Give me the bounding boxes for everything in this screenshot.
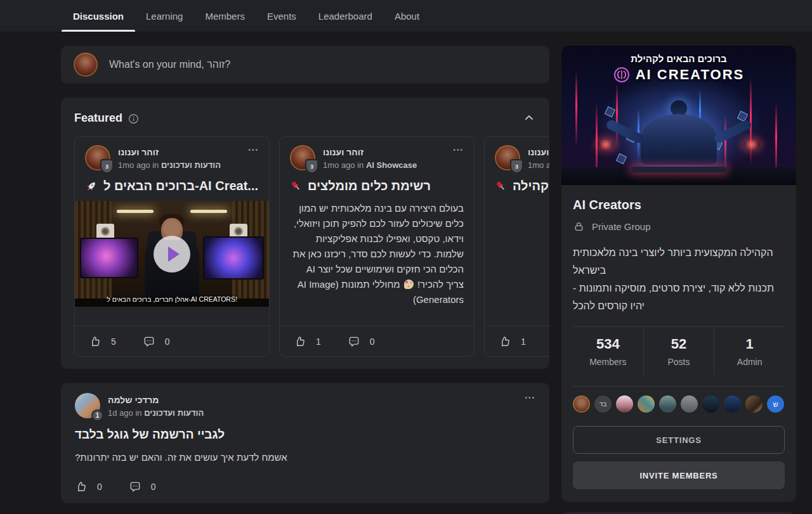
members-label: Members xyxy=(573,357,643,367)
author-block: זוהר וענונו 1mo ago in הודעות ועדכונים xyxy=(118,145,221,170)
video-thumbnail[interactable]: אהלן חברים, ברוכים הבאים ל-AI CREATORS! xyxy=(75,201,269,307)
author-avatar[interactable]: 3 xyxy=(495,145,520,170)
tab-about[interactable]: About xyxy=(395,0,419,32)
member-avatar[interactable] xyxy=(681,395,698,413)
group-card: ברוכים הבאים לקהילת AI CREATORS AI Creat… xyxy=(561,46,796,502)
author-avatar[interactable]: 3 xyxy=(290,145,315,170)
member-avatar[interactable]: ש xyxy=(767,395,784,413)
featured-card-welcome: 3 זוהר וענונו 1mo ago in הודעות ועדכונים… xyxy=(74,136,270,357)
tab-events[interactable]: Events xyxy=(267,0,296,32)
post-header: 3 זוהר וענונו 1mo ago in הודעות ועדכונים… xyxy=(75,137,269,174)
post-title[interactable]: הקהילה xyxy=(495,179,549,193)
group-info: AI Creators Private Group הקהילה המקצועי… xyxy=(561,185,796,502)
stat-members[interactable]: 534 Members xyxy=(573,327,643,375)
post-category[interactable]: AI Showcase xyxy=(366,160,417,170)
banner-brand-text: AI CREATORS xyxy=(636,67,745,83)
play-button-icon[interactable] xyxy=(154,236,190,273)
featured-card-community: 3 זוהר וענונו 1mo ago in הודעות ועדכונים xyxy=(484,136,549,357)
post-meta: 1mo ago in AI Showcase xyxy=(323,160,417,170)
post-header: 3 זוהר וענונו 1mo ago in AI Showcase ••• xyxy=(280,137,474,174)
thumb-art xyxy=(190,210,227,213)
tab-leaderboard[interactable]: Leaderboard xyxy=(318,0,372,32)
feed-column: What's on your mind, זוהר? Featured 3 זו… xyxy=(61,46,549,503)
comment-count: 0 xyxy=(151,482,156,492)
member-avatar[interactable] xyxy=(638,395,655,413)
member-avatar[interactable] xyxy=(616,395,633,413)
author-block: זוהר וענונו 1mo ago in הודעות ועדכונים xyxy=(528,145,549,170)
member-avatar[interactable] xyxy=(659,395,676,413)
admin-label: Admin xyxy=(714,357,785,367)
author-name[interactable]: זוהר וענונו xyxy=(118,147,159,157)
privacy-label: Private Group xyxy=(592,221,651,232)
stat-posts[interactable]: 52 Posts xyxy=(643,327,714,375)
banner-welcome-text: ברוכים הבאים לקהילת xyxy=(561,53,796,64)
banner-brand: AI CREATORS xyxy=(561,67,796,83)
author-avatar[interactable]: 1 xyxy=(75,393,100,418)
comment-button[interactable]: 0 xyxy=(129,480,156,493)
tab-members[interactable]: Members xyxy=(205,0,245,32)
member-avatar[interactable] xyxy=(724,395,741,413)
post-body: אשמח לדעת איך עושים את זה. והאם יש בזה י… xyxy=(75,452,535,463)
comment-button[interactable]: 0 xyxy=(348,335,375,348)
like-button[interactable]: 1 xyxy=(499,335,526,348)
tab-learning[interactable]: Learning xyxy=(146,0,183,32)
featured-card-tools: 3 זוהר וענונו 1mo ago in AI Showcase ••• xyxy=(279,136,475,357)
post-menu-icon[interactable]: ••• xyxy=(248,146,259,153)
banner-art xyxy=(631,167,726,172)
level-badge: 3 xyxy=(305,159,318,174)
like-button[interactable]: 5 xyxy=(89,335,116,348)
group-cover-image[interactable]: ברוכים הבאים לקהילת AI CREATORS xyxy=(561,46,796,185)
author-avatar[interactable]: 3 xyxy=(85,145,110,170)
post-header: 3 זוהר וענונו 1mo ago in הודעות ועדכונים xyxy=(485,137,549,174)
info-icon[interactable] xyxy=(128,113,139,124)
like-count: 5 xyxy=(111,337,116,347)
comment-button[interactable]: 0 xyxy=(143,335,170,348)
group-sidebar: ברוכים הבאים לקהילת AI CREATORS AI Creat… xyxy=(561,46,796,514)
current-user-avatar xyxy=(74,53,98,77)
group-description: הקהילה המקצועית ביותר ליוצרי בינה מלאכות… xyxy=(573,244,785,315)
thumb-art xyxy=(80,238,138,278)
lock-icon xyxy=(573,221,585,233)
video-caption: אהלן חברים, ברוכים הבאים ל-AI CREATORS! xyxy=(75,295,269,303)
post-menu-icon[interactable]: ••• xyxy=(453,146,464,153)
post-title[interactable]: רשימת כלים מומלצים xyxy=(290,179,464,193)
pushpin-emoji xyxy=(290,180,302,192)
settings-button[interactable]: SETTINGS xyxy=(573,426,785,454)
post-meta: 1d ago in הודעות ועדכונים xyxy=(108,408,204,418)
author-name[interactable]: מרדכי שלמה xyxy=(108,395,159,405)
meta-in: in xyxy=(135,408,141,418)
post-category[interactable]: הודעות ועדכונים xyxy=(144,408,204,418)
banner-art xyxy=(724,115,726,172)
member-avatar[interactable] xyxy=(745,395,763,413)
group-name: AI Creators xyxy=(573,198,785,212)
stat-admin[interactable]: 1 Admin xyxy=(714,327,785,375)
post-title[interactable]: ברוכים הבאים ל-AI Creat... xyxy=(85,179,259,193)
like-button[interactable]: 0 xyxy=(75,480,102,493)
author-block: זוהר וענונו 1mo ago in AI Showcase xyxy=(323,145,417,170)
member-avatar[interactable] xyxy=(702,395,719,413)
chevron-up-icon[interactable] xyxy=(524,113,534,123)
member-avatar[interactable] xyxy=(573,395,590,413)
post-title[interactable]: לגביי הרשמה של גוגל בלבד xyxy=(75,428,535,442)
like-count: 1 xyxy=(521,337,526,347)
post-actions: 5 0 xyxy=(75,326,269,356)
like-button[interactable]: 1 xyxy=(294,335,321,348)
group-privacy: Private Group xyxy=(573,221,785,233)
tab-discussion[interactable]: Discussion xyxy=(73,0,124,32)
banner-art xyxy=(743,139,760,150)
author-name[interactable]: זוהר וענונו xyxy=(323,147,363,157)
post-composer[interactable]: What's on your mind, זוהר? xyxy=(61,46,549,84)
invite-members-button[interactable]: INVITE MEMBERS xyxy=(573,461,785,489)
brain-logo-icon xyxy=(613,67,630,83)
author-name[interactable]: זוהר וענונו xyxy=(528,147,549,157)
member-avatars-row: בד ש xyxy=(573,387,785,413)
post-menu-icon[interactable]: ••• xyxy=(525,394,535,401)
post-actions: 1 0 xyxy=(280,326,474,356)
like-count: 1 xyxy=(316,337,321,347)
featured-title: Featured xyxy=(74,112,122,125)
post-category[interactable]: הודעות ועדכונים xyxy=(161,160,221,170)
post-time: 1mo ago xyxy=(528,160,549,170)
post-body: בעולם היצירה עם בינה מלאכותית יש המון כל… xyxy=(280,201,474,307)
thumb-art xyxy=(117,210,154,213)
member-avatar[interactable]: בד xyxy=(594,395,612,413)
